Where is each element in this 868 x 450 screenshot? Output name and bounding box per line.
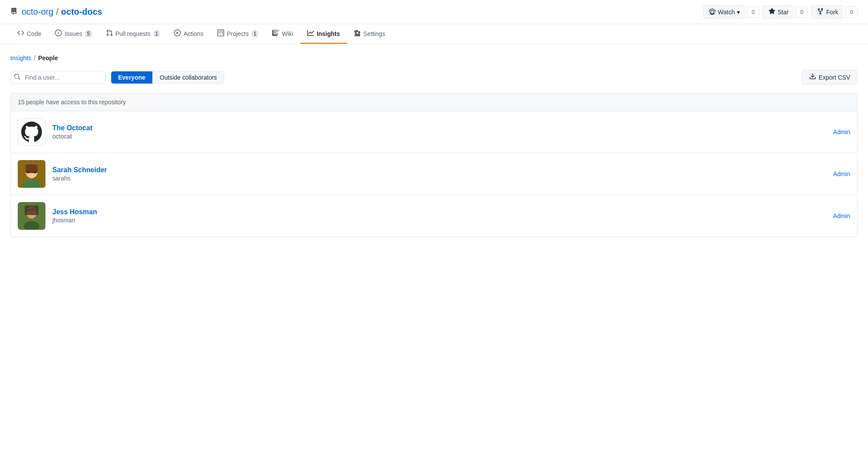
projects-badge: 1 bbox=[251, 30, 259, 38]
person-name-link[interactable]: Jess Hosman bbox=[52, 208, 833, 216]
insights-icon bbox=[307, 29, 314, 38]
person-info: Sarah Schneider sarahs bbox=[52, 166, 833, 182]
wiki-icon bbox=[272, 29, 279, 38]
person-username: sarahs bbox=[52, 175, 71, 182]
issues-icon bbox=[55, 29, 62, 38]
tab-projects-label: Projects bbox=[227, 30, 249, 37]
people-container: 15 people have access to this repository… bbox=[10, 93, 858, 237]
watch-icon bbox=[709, 8, 716, 16]
tab-issues-label: Issues bbox=[64, 30, 82, 37]
avatar bbox=[18, 160, 45, 188]
tab-insights[interactable]: Insights bbox=[300, 24, 347, 44]
top-bar: octo-org / octo-docs Watch ▾ 0 Star 0 bbox=[0, 0, 868, 24]
tab-settings-label: Settings bbox=[363, 30, 386, 37]
org-name-link[interactable]: octo-org bbox=[22, 7, 53, 17]
search-input-wrap bbox=[10, 71, 106, 84]
fork-icon bbox=[817, 8, 824, 16]
person-username: octocat bbox=[52, 133, 72, 140]
tab-settings[interactable]: Settings bbox=[347, 24, 392, 44]
avatar bbox=[18, 202, 45, 230]
breadcrumb: Insights / People bbox=[10, 55, 858, 61]
star-count[interactable]: 0 bbox=[796, 6, 808, 18]
repo-title: octo-org / octo-docs bbox=[10, 7, 103, 17]
person-name-link[interactable]: Sarah Schneider bbox=[52, 166, 833, 174]
outside-collaborators-button[interactable]: Outside collaborators bbox=[153, 71, 224, 84]
export-csv-label: Export CSV bbox=[819, 74, 850, 81]
repo-icon bbox=[10, 7, 17, 17]
person-info: Jess Hosman jhosman bbox=[52, 208, 833, 224]
table-row: The Octocat octocat Admin bbox=[11, 111, 857, 153]
breadcrumb-separator: / bbox=[34, 55, 35, 61]
tab-wiki[interactable]: Wiki bbox=[265, 24, 300, 44]
fork-button[interactable]: Fork bbox=[811, 5, 843, 19]
repo-name-link[interactable]: octo-docs bbox=[61, 7, 103, 17]
tab-actions-label: Actions bbox=[183, 30, 203, 37]
watch-count[interactable]: 0 bbox=[747, 6, 759, 18]
tab-projects[interactable]: Projects 1 bbox=[210, 24, 265, 44]
star-label: Star bbox=[778, 9, 789, 16]
watch-button[interactable]: Watch ▾ bbox=[703, 5, 745, 19]
tab-actions[interactable]: Actions bbox=[167, 24, 210, 44]
person-role[interactable]: Admin bbox=[833, 212, 850, 219]
person-info: The Octocat octocat bbox=[52, 124, 833, 140]
export-csv-button[interactable]: Export CSV bbox=[802, 70, 858, 84]
actions-icon bbox=[174, 29, 181, 38]
nav-tabs: Code Issues 5 Pull requests 1 Actions Pr… bbox=[0, 24, 868, 44]
tab-wiki-label: Wiki bbox=[282, 30, 293, 37]
breadcrumb-current: People bbox=[38, 55, 58, 61]
star-button-group: Star 0 bbox=[763, 5, 808, 19]
tab-code-label: Code bbox=[27, 30, 41, 37]
main-content: Insights / People Everyone Outside colla… bbox=[0, 44, 868, 248]
person-username: jhosman bbox=[52, 217, 75, 224]
svg-point-5 bbox=[34, 171, 36, 174]
search-input[interactable] bbox=[10, 71, 106, 84]
projects-icon bbox=[217, 29, 224, 38]
star-button[interactable]: Star bbox=[763, 5, 794, 19]
settings-icon bbox=[354, 29, 361, 38]
watch-chevron: ▾ bbox=[737, 9, 740, 16]
fork-label: Fork bbox=[826, 9, 838, 16]
code-icon bbox=[17, 29, 24, 38]
person-name-link[interactable]: The Octocat bbox=[52, 124, 833, 132]
tab-code[interactable]: Code bbox=[10, 24, 48, 44]
person-role[interactable]: Admin bbox=[833, 170, 850, 177]
watch-label: Watch bbox=[718, 9, 735, 16]
tab-pull-requests-label: Pull requests bbox=[116, 30, 151, 37]
breadcrumb-insights-link[interactable]: Insights bbox=[10, 55, 31, 61]
table-row: Sarah Schneider sarahs Admin bbox=[11, 153, 857, 195]
top-action-buttons: Watch ▾ 0 Star 0 Fork 0 bbox=[703, 5, 858, 19]
people-header: 15 people have access to this repository bbox=[11, 93, 857, 111]
issues-badge: 5 bbox=[85, 30, 92, 38]
filter-toggle: Everyone Outside collaborators bbox=[111, 71, 224, 84]
table-row: Jess Hosman jhosman Admin bbox=[11, 195, 857, 237]
title-separator: / bbox=[56, 7, 58, 17]
everyone-button[interactable]: Everyone bbox=[111, 71, 153, 84]
star-icon bbox=[768, 8, 775, 16]
tab-issues[interactable]: Issues 5 bbox=[48, 24, 99, 44]
watch-button-group: Watch ▾ 0 bbox=[703, 5, 759, 19]
fork-count[interactable]: 0 bbox=[845, 6, 858, 18]
tab-pull-requests[interactable]: Pull requests 1 bbox=[99, 24, 167, 44]
fork-button-group: Fork 0 bbox=[811, 5, 858, 19]
pull-requests-badge: 1 bbox=[153, 30, 161, 38]
filter-left: Everyone Outside collaborators bbox=[10, 71, 224, 84]
avatar bbox=[18, 118, 45, 146]
tab-insights-label: Insights bbox=[317, 30, 340, 37]
filter-bar: Everyone Outside collaborators Export CS… bbox=[10, 70, 858, 84]
people-count-text: 15 people have access to this repository bbox=[18, 99, 126, 106]
person-role[interactable]: Admin bbox=[833, 129, 850, 135]
export-icon bbox=[809, 73, 816, 81]
pull-requests-icon bbox=[106, 29, 113, 38]
svg-point-4 bbox=[27, 171, 29, 174]
